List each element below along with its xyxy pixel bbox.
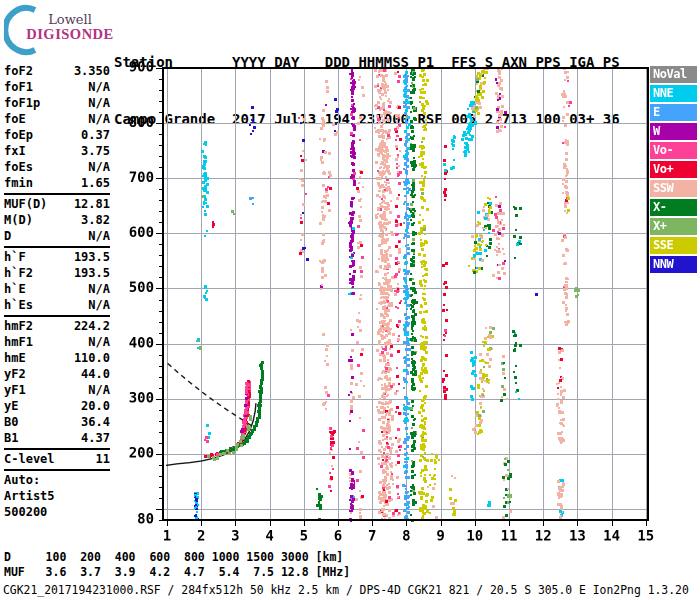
param-label: h`F2 bbox=[4, 266, 33, 280]
param-value: N/A bbox=[88, 112, 110, 126]
d-row: D 100 200 400 600 800 1000 1500 3000 [km… bbox=[4, 550, 343, 564]
param-group: Auto:Artist5500200 bbox=[4, 469, 110, 522]
param-value: 4.37 bbox=[81, 431, 110, 445]
legend-item-ssw: SSW bbox=[650, 180, 697, 197]
direction-legend: NoValNNEEWVo-Vo+SSWX-X+SSENNW bbox=[650, 66, 697, 275]
param-row: yF1N/A bbox=[4, 382, 110, 398]
param-label: h`F bbox=[4, 250, 26, 264]
lowell-digisonde-logo: Lowell DIGISONDE bbox=[4, 2, 116, 54]
param-row: MUF(D)12.81 bbox=[4, 196, 110, 212]
param-row: foEN/A bbox=[4, 111, 110, 127]
param-label: h`E bbox=[4, 282, 26, 296]
param-row: hmF2224.2 bbox=[4, 318, 110, 334]
param-value: N/A bbox=[88, 383, 110, 397]
param-label: Auto: bbox=[4, 473, 40, 487]
legend-item-e: E bbox=[650, 104, 697, 121]
param-group: foF23.350foF1N/AfoF1pN/AfoEN/AfoEp0.37fx… bbox=[4, 62, 110, 193]
param-label: foF2 bbox=[4, 64, 33, 78]
param-value: 3.75 bbox=[81, 144, 110, 158]
logo-text: Lowell DIGISONDE bbox=[26, 13, 114, 42]
param-value: N/A bbox=[88, 160, 110, 174]
param-label: foF1 bbox=[4, 80, 33, 94]
digisonde-ionogram-view: Lowell DIGISONDE Station YYYY DAY DDD HH… bbox=[0, 0, 700, 600]
param-label: h`Es bbox=[4, 298, 33, 312]
param-value: 3.350 bbox=[74, 64, 110, 78]
param-value: 1.65 bbox=[81, 176, 110, 190]
param-row: h`EN/A bbox=[4, 281, 110, 297]
param-value: N/A bbox=[88, 282, 110, 296]
param-label: Artist5 bbox=[4, 489, 55, 503]
param-label: D bbox=[4, 229, 11, 243]
param-value: 36.4 bbox=[81, 415, 110, 429]
param-group: hmF2224.2hmF1N/AhmE110.0yF244.0yF1N/AyE2… bbox=[4, 315, 110, 448]
param-row: yF244.0 bbox=[4, 366, 110, 382]
param-label: hmF2 bbox=[4, 319, 33, 333]
param-label: B0 bbox=[4, 415, 18, 429]
legend-item-noval: NoVal bbox=[650, 66, 697, 83]
param-row: foEp0.37 bbox=[4, 127, 110, 143]
param-value: 44.0 bbox=[81, 367, 110, 381]
param-row: B036.4 bbox=[4, 414, 110, 430]
param-label: yF2 bbox=[4, 367, 26, 381]
param-value: N/A bbox=[88, 96, 110, 110]
file-info-line: CGK21_2017194231000.RSF / 284fx512h 50 k… bbox=[3, 583, 689, 597]
param-label: C-level bbox=[4, 452, 55, 466]
param-label: foE bbox=[4, 112, 26, 126]
param-value: 193.5 bbox=[74, 266, 110, 280]
legend-item-vo: Vo- bbox=[650, 142, 697, 159]
legend-item-vo: Vo+ bbox=[650, 161, 697, 178]
param-row: hmE110.0 bbox=[4, 350, 110, 366]
param-row: h`F193.5 bbox=[4, 249, 110, 265]
param-label: 500200 bbox=[4, 505, 47, 519]
param-value: N/A bbox=[88, 80, 110, 94]
param-label: yE bbox=[4, 399, 18, 413]
param-value: N/A bbox=[88, 229, 110, 243]
param-group: h`F193.5h`F2193.5h`EN/Ah`EsN/A bbox=[4, 246, 110, 315]
ionogram-plot bbox=[120, 55, 655, 545]
param-label: B1 bbox=[4, 431, 18, 445]
param-row: foF1N/A bbox=[4, 79, 110, 95]
muf-row: MUF 3.6 3.7 3.9 4.2 4.7 5.4 7.5 12.8 [MH… bbox=[4, 565, 350, 579]
param-row: fmin1.65 bbox=[4, 175, 110, 191]
param-row: Artist5 bbox=[4, 488, 110, 504]
param-label: yF1 bbox=[4, 383, 26, 397]
param-value: 110.0 bbox=[74, 351, 110, 365]
param-row: fxI3.75 bbox=[4, 143, 110, 159]
param-row: C-level11 bbox=[4, 451, 110, 467]
param-row: h`EsN/A bbox=[4, 297, 110, 313]
param-row: Auto: bbox=[4, 472, 110, 488]
param-row: foF23.350 bbox=[4, 63, 110, 79]
param-value: 3.82 bbox=[81, 213, 110, 227]
param-row: M(D)3.82 bbox=[4, 212, 110, 228]
param-row: yE20.0 bbox=[4, 398, 110, 414]
logo-digisonde-label: DIGISONDE bbox=[26, 27, 114, 42]
param-group: C-level11 bbox=[4, 448, 110, 469]
logo-lowell-label: Lowell bbox=[26, 13, 114, 27]
param-label: fxI bbox=[4, 144, 26, 158]
param-value: N/A bbox=[88, 335, 110, 349]
parameter-panel: foF23.350foF1N/AfoF1pN/AfoEN/AfoEp0.37fx… bbox=[4, 62, 110, 522]
param-value: 224.2 bbox=[74, 319, 110, 333]
legend-item-nne: NNE bbox=[650, 85, 697, 102]
param-row: 500200 bbox=[4, 504, 110, 520]
param-row: h`F2193.5 bbox=[4, 265, 110, 281]
param-label: M(D) bbox=[4, 213, 33, 227]
legend-item-nnw: NNW bbox=[650, 256, 697, 273]
legend-item-sse: SSE bbox=[650, 237, 697, 254]
param-value: 0.37 bbox=[81, 128, 110, 142]
legend-item-w: W bbox=[650, 123, 697, 140]
param-row: foF1pN/A bbox=[4, 95, 110, 111]
param-group: MUF(D)12.81M(D)3.82DN/A bbox=[4, 193, 110, 246]
param-value: N/A bbox=[88, 298, 110, 312]
legend-item-x: X+ bbox=[650, 218, 697, 235]
param-value: 11 bbox=[96, 452, 110, 466]
param-row: foEsN/A bbox=[4, 159, 110, 175]
param-label: foF1p bbox=[4, 96, 40, 110]
param-row: B14.37 bbox=[4, 430, 110, 446]
param-value: 20.0 bbox=[81, 399, 110, 413]
param-value: 12.81 bbox=[74, 197, 110, 211]
param-row: hmF1N/A bbox=[4, 334, 110, 350]
param-row: DN/A bbox=[4, 228, 110, 244]
param-label: foEp bbox=[4, 128, 33, 142]
param-label: fmin bbox=[4, 176, 33, 190]
